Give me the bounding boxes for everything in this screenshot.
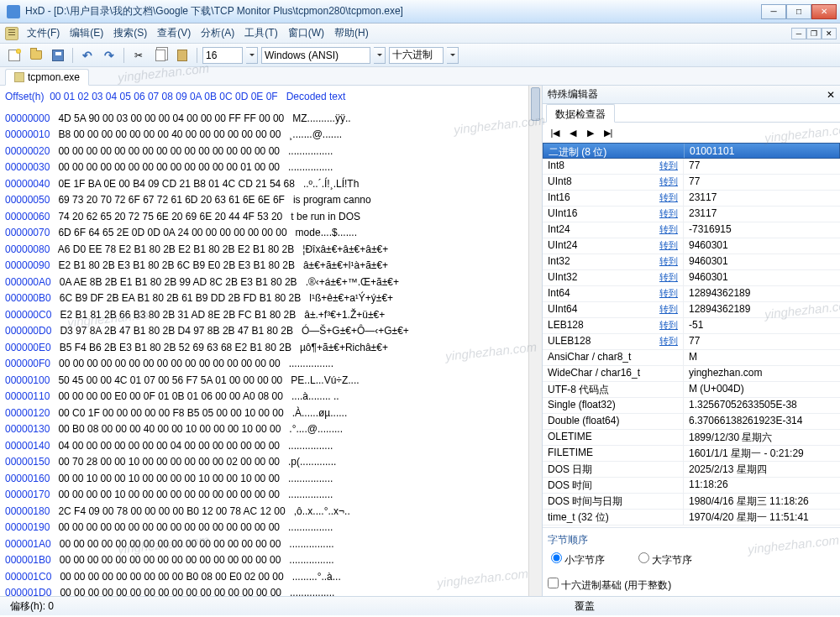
hex-row[interactable]: 00000020 00 00 00 00 00 00 00 00 00 00 0… xyxy=(5,144,527,160)
nav-prev-button[interactable]: ◀ xyxy=(565,126,580,139)
inspector-row[interactable]: Double (float64)6.37066138261923E-314 xyxy=(543,414,840,430)
little-endian-radio[interactable]: 小字节序 xyxy=(551,552,605,567)
inspector-row[interactable]: ULEB128转到77 xyxy=(543,334,840,350)
hex-row[interactable]: 000001D0 00 00 00 00 00 00 00 00 00 00 0… xyxy=(5,585,527,596)
hex-row[interactable]: 000000C0 E2 B1 81 2B 66 B3 80 2B 31 AD 8… xyxy=(5,307,527,324)
hex-row[interactable]: 00000100 50 45 00 00 4C 01 07 00 56 F7 5… xyxy=(5,373,527,390)
inspector-row[interactable]: DOS 时间11:18:26 xyxy=(543,478,840,494)
menu-3[interactable]: 查看(V) xyxy=(152,24,196,43)
hex-row[interactable]: 00000010 B8 00 00 00 00 00 00 00 40 00 0… xyxy=(5,127,527,144)
goto-link[interactable]: 转到 xyxy=(659,255,678,269)
hex-row[interactable]: 000000E0 B5 F4 B6 2B E3 B1 80 2B 52 69 6… xyxy=(5,340,527,357)
fontsize-combo[interactable] xyxy=(202,47,243,64)
nav-first-button[interactable]: |◀ xyxy=(548,126,563,139)
hex-row[interactable]: 00000120 00 C0 1F 00 00 00 00 00 F8 B5 0… xyxy=(5,405,527,422)
inspector-row[interactable]: UTF-8 代码点M (U+004D) xyxy=(543,382,840,398)
close-button[interactable]: ✕ xyxy=(811,4,837,19)
inspector-row[interactable]: LEB128转到-51 xyxy=(543,318,840,334)
minimize-button[interactable]: ─ xyxy=(761,4,786,19)
goto-link[interactable]: 转到 xyxy=(659,207,678,221)
inspector-close-button[interactable]: ✕ xyxy=(827,89,835,101)
scroll-thumb[interactable] xyxy=(531,87,540,121)
inspector-row[interactable]: Int8转到77 xyxy=(543,159,840,175)
hex-integer-checkbox[interactable]: 十六进制基础 (用于整数) xyxy=(548,578,671,593)
new-button[interactable] xyxy=(5,46,24,65)
hex-row[interactable]: 00000140 04 00 00 00 00 00 00 00 04 00 0… xyxy=(5,438,527,455)
mdi-restore-button[interactable]: ❐ xyxy=(806,28,822,39)
hex-row[interactable]: 00000160 00 00 10 00 00 10 00 00 00 00 1… xyxy=(5,471,527,488)
inspector-row[interactable]: time_t (32 位)1970/4/20 星期一 11:51:41 xyxy=(543,510,840,525)
hex-row[interactable]: 00000060 74 20 62 65 20 72 75 6E 20 69 6… xyxy=(5,209,527,226)
menu-0[interactable]: 文件(F) xyxy=(22,24,65,43)
menu-4[interactable]: 分析(A) xyxy=(196,24,239,43)
hex-row[interactable]: 000000B0 6C B9 DF 2B EA B1 80 2B 61 B9 D… xyxy=(5,290,527,307)
hex-row[interactable]: 000001A0 00 00 00 00 00 00 00 00 00 00 0… xyxy=(5,536,527,553)
open-button[interactable] xyxy=(27,46,45,65)
goto-link[interactable]: 转到 xyxy=(659,159,678,173)
redo-button[interactable]: ↷ xyxy=(100,46,118,65)
inspector-row[interactable]: UInt64转到12894362189 xyxy=(543,302,840,318)
hex-row[interactable]: 000000D0 D3 97 8A 2B 47 B1 80 2B D4 97 8… xyxy=(5,323,527,340)
big-endian-radio[interactable]: 大字节序 xyxy=(638,552,692,567)
mdi-close-button[interactable]: ✕ xyxy=(822,28,837,39)
menu-2[interactable]: 搜索(S) xyxy=(108,24,152,43)
hex-row[interactable]: 00000180 2C F4 09 00 78 00 00 00 00 B0 1… xyxy=(5,504,527,520)
paste-button[interactable] xyxy=(173,46,192,65)
inspector-row[interactable]: Single (float32)1.32567052633505E-38 xyxy=(543,398,840,414)
menu-5[interactable]: 工具(T) xyxy=(239,24,282,43)
mdi-minimize-button[interactable]: ─ xyxy=(791,28,806,39)
inspector-row[interactable]: Int64转到12894362189 xyxy=(543,286,840,302)
inspector-row[interactable]: DOS 日期2025/2/13 星期四 xyxy=(543,462,840,478)
inspector-row[interactable]: Int16转到23117 xyxy=(543,191,840,207)
hex-row[interactable]: 000001C0 00 00 00 00 00 00 00 00 00 B0 0… xyxy=(5,569,527,586)
goto-link[interactable]: 转到 xyxy=(659,287,678,301)
goto-link[interactable]: 转到 xyxy=(659,191,678,205)
encoding-dd[interactable] xyxy=(374,47,386,64)
menu-1[interactable]: 编辑(E) xyxy=(65,24,108,43)
hex-row[interactable]: 00000000 4D 5A 90 00 03 00 00 00 04 00 0… xyxy=(5,111,527,128)
copy-button[interactable] xyxy=(151,46,170,65)
nav-next-button[interactable]: ▶ xyxy=(583,126,598,139)
hex-row[interactable]: 000001B0 00 00 00 00 00 00 00 00 00 00 0… xyxy=(5,552,527,569)
undo-button[interactable]: ↶ xyxy=(78,46,97,65)
document-tab[interactable]: tcpmon.exe xyxy=(5,69,89,86)
inspector-row[interactable]: UInt32转到9460301 xyxy=(543,270,840,286)
hex-row[interactable]: 00000150 00 70 28 00 00 10 00 00 00 00 0… xyxy=(5,454,527,471)
goto-link[interactable]: 转到 xyxy=(659,271,678,285)
inspector-row[interactable]: Int24转到-7316915 xyxy=(543,222,840,238)
goto-link[interactable]: 转到 xyxy=(659,223,678,237)
hex-row[interactable]: 00000090 E2 B1 80 2B E3 B1 80 2B 6C B9 E… xyxy=(5,258,527,275)
hex-row[interactable]: 00000190 00 00 00 00 00 00 00 00 00 00 0… xyxy=(5,520,527,536)
goto-link[interactable]: 转到 xyxy=(659,335,678,348)
hex-row[interactable]: 00000030 00 00 00 00 00 00 00 00 00 00 0… xyxy=(5,159,527,176)
inspector-tab[interactable]: 数据检查器 xyxy=(546,104,615,123)
hex-row[interactable]: 00000080 A6 D0 EE 78 E2 B1 80 2B E2 B1 8… xyxy=(5,242,527,259)
inspector-row[interactable]: AnsiChar / char8_tM xyxy=(543,350,840,366)
goto-link[interactable]: 转到 xyxy=(659,319,678,332)
fontsize-dd[interactable] xyxy=(246,47,258,64)
menu-list-icon[interactable] xyxy=(5,27,18,40)
hex-editor[interactable]: Offset(h) 00 01 02 03 04 05 06 07 08 09 … xyxy=(0,86,542,596)
encoding-combo[interactable] xyxy=(261,47,370,64)
inspector-row[interactable]: UInt16转到23117 xyxy=(543,207,840,222)
hex-row[interactable]: 000000A0 0A AE 8B 2B E1 B1 80 2B 99 AD 8… xyxy=(5,275,527,291)
hex-row[interactable]: 000000F0 00 00 00 00 00 00 00 00 00 00 0… xyxy=(5,356,527,373)
goto-link[interactable]: 转到 xyxy=(659,175,678,189)
inspector-row[interactable]: OLETIME1899/12/30 星期六 xyxy=(543,430,840,446)
hex-row[interactable]: 00000050 69 73 20 70 72 6F 67 72 61 6D 2… xyxy=(5,192,527,209)
goto-link[interactable]: 转到 xyxy=(659,303,678,316)
inspector-row[interactable]: UInt24转到9460301 xyxy=(543,238,840,254)
hex-row[interactable]: 00000110 00 00 00 00 E0 00 0F 01 0B 01 0… xyxy=(5,389,527,405)
inspector-row[interactable]: Int32转到9460301 xyxy=(543,254,840,270)
goto-link[interactable]: 转到 xyxy=(659,239,678,253)
inspector-row[interactable]: FILETIME1601/1/1 星期一 - 0:21:29 xyxy=(543,446,840,462)
vertical-scrollbar[interactable] xyxy=(528,86,542,596)
base-combo[interactable] xyxy=(389,47,444,64)
nav-last-button[interactable]: ▶| xyxy=(601,126,616,139)
hex-row[interactable]: 00000130 00 B0 08 00 00 00 40 00 00 10 0… xyxy=(5,421,527,438)
hex-row[interactable]: 00000070 6D 6F 64 65 2E 0D 0D 0A 24 00 0… xyxy=(5,225,527,242)
base-dd[interactable] xyxy=(447,47,459,64)
save-button[interactable] xyxy=(49,46,67,65)
inspector-row[interactable]: UInt8转到77 xyxy=(543,175,840,191)
cut-button[interactable]: ✂ xyxy=(129,46,148,65)
